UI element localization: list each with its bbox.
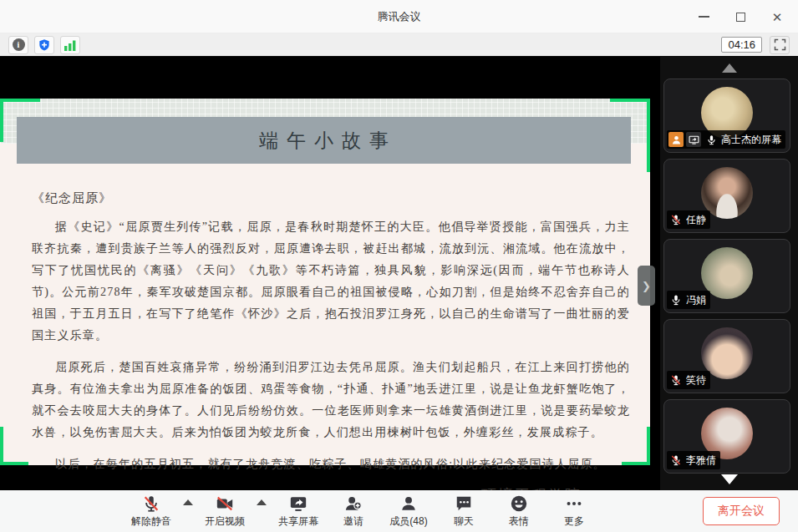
participant-tile[interactable]: 高士杰的屏幕... bbox=[663, 79, 790, 153]
network-status-button[interactable] bbox=[60, 36, 80, 54]
participant-label: 笑待 bbox=[667, 371, 710, 389]
participant-name: 李雅倩 bbox=[686, 453, 716, 468]
document-paragraph: 以后，在每年的五月初五，就有了龙舟竞渡、吃粽子、喝雄黄酒的风俗;以此来纪念爱国诗… bbox=[32, 453, 630, 475]
participant-tile[interactable]: 笑待 bbox=[663, 319, 790, 393]
mic-muted-icon bbox=[668, 212, 684, 227]
participant-name: 冯娟 bbox=[686, 293, 706, 307]
meeting-info-button[interactable]: i bbox=[8, 36, 28, 54]
mic-options-caret[interactable] bbox=[183, 499, 193, 505]
chat-button[interactable]: 聊天 bbox=[436, 494, 491, 529]
scroll-down-arrow[interactable] bbox=[721, 474, 738, 484]
person-add-icon bbox=[344, 494, 363, 513]
close-icon: ✕ bbox=[772, 11, 783, 23]
info-icon: i bbox=[13, 38, 25, 51]
video-options-caret[interactable] bbox=[257, 499, 267, 505]
fullscreen-button[interactable] bbox=[770, 36, 790, 54]
document-body: 《纪念屈原》 据《史记》“屈原贾生列传”记载，屈原，是春秋时期楚怀王的大臣。他倡… bbox=[0, 179, 650, 465]
scroll-up-arrow[interactable] bbox=[722, 63, 737, 73]
participant-label: 冯娟 bbox=[667, 291, 710, 309]
tool-label: 更多 bbox=[564, 514, 584, 529]
shared-screen-area: 端午小故事 《纪念屈原》 据《史记》“屈原贾生列传”记载，屈原，是春秋时期楚怀王… bbox=[0, 57, 660, 490]
more-dots-icon bbox=[565, 494, 583, 513]
participant-label: 李雅倩 bbox=[667, 451, 720, 469]
signal-bars-icon bbox=[64, 38, 77, 52]
participant-tile[interactable]: 任静 bbox=[663, 159, 790, 233]
bottom-toolbar: 解除静音 开启视频 共享屏幕 邀请 成员(48) 聊天 表情 bbox=[0, 490, 798, 532]
shared-document: 端午小故事 《纪念屈原》 据《史记》“屈原贾生列传”记载，屈原，是春秋时期楚怀王… bbox=[0, 99, 650, 465]
document-heading: 《纪念屈原》 bbox=[32, 190, 630, 206]
leave-meeting-button[interactable]: 离开会议 bbox=[703, 497, 780, 525]
participant-name: 高士杰的屏幕... bbox=[721, 133, 781, 147]
meeting-window: 腾讯会议 ✕ i 04:16 bbox=[0, 0, 798, 532]
document-title-banner: 端午小故事 bbox=[17, 117, 631, 164]
security-button[interactable] bbox=[34, 36, 54, 54]
maximize-button[interactable] bbox=[728, 4, 753, 29]
sidebar-collapse-handle[interactable]: ❯ bbox=[638, 266, 655, 306]
participant-name: 任静 bbox=[686, 213, 706, 227]
document-paragraph: 据《史记》“屈原贾生列传”记载，屈原，是春秋时期楚怀王的大臣。他倡导举贤授能，富… bbox=[32, 216, 630, 347]
tool-label: 邀请 bbox=[343, 514, 363, 529]
mic-muted-icon bbox=[668, 372, 684, 388]
tool-label: 开启视频 bbox=[205, 514, 245, 529]
chevron-right-icon: ❯ bbox=[642, 280, 651, 292]
window-controls: ✕ bbox=[691, 0, 790, 33]
participant-name: 笑待 bbox=[686, 373, 706, 388]
minimize-icon bbox=[699, 16, 709, 18]
screen-share-icon bbox=[289, 494, 308, 513]
status-bar: i 04:16 bbox=[0, 33, 798, 57]
mic-muted-icon bbox=[668, 453, 684, 468]
screen-share-badge-icon bbox=[686, 132, 701, 147]
shield-icon bbox=[38, 38, 51, 52]
chat-icon bbox=[455, 494, 473, 513]
title-bar: 腾讯会议 ✕ bbox=[0, 0, 798, 33]
start-video-button[interactable]: 开启视频 bbox=[197, 494, 252, 529]
mic-icon bbox=[668, 292, 684, 307]
participant-sidebar: 高士杰的屏幕... 任静 冯娟 bbox=[660, 57, 798, 490]
minimize-button[interactable] bbox=[691, 4, 716, 29]
smiley-icon bbox=[510, 494, 528, 513]
tool-label: 解除静音 bbox=[131, 514, 171, 529]
emoji-button[interactable]: 表情 bbox=[491, 494, 546, 529]
participant-label: 任静 bbox=[667, 210, 710, 229]
tool-label: 共享屏幕 bbox=[278, 514, 318, 529]
host-icon bbox=[668, 132, 684, 147]
participant-tile[interactable]: 李雅倩 bbox=[663, 399, 790, 474]
members-button[interactable]: 成员(48) bbox=[381, 494, 436, 529]
maximize-icon bbox=[736, 13, 745, 22]
unmute-button[interactable]: 解除静音 bbox=[124, 494, 179, 529]
tool-label: 成员(48) bbox=[389, 514, 427, 529]
close-button[interactable]: ✕ bbox=[765, 4, 790, 29]
window-title: 腾讯会议 bbox=[378, 9, 421, 24]
document-paragraph: 屈原死后，楚国百姓哀痛异常，纷纷涌到汨罗江边去凭吊屈原。渔夫们划起船只，在江上来… bbox=[32, 357, 630, 443]
invite-button[interactable]: 邀请 bbox=[326, 494, 381, 529]
meeting-timer: 04:16 bbox=[721, 37, 762, 53]
mic-icon bbox=[704, 132, 719, 147]
share-screen-button[interactable]: 共享屏幕 bbox=[271, 494, 326, 529]
tool-label: 表情 bbox=[509, 514, 529, 529]
person-icon bbox=[399, 494, 418, 513]
fullscreen-icon bbox=[774, 38, 786, 51]
camera-off-icon bbox=[216, 494, 234, 513]
mic-muted-icon bbox=[142, 494, 160, 513]
participant-tile[interactable]: 冯娟 bbox=[663, 239, 790, 313]
main-area: 端午小故事 《纪念屈原》 据《史记》“屈原贾生列传”记载，屈原，是春秋时期楚怀王… bbox=[0, 57, 798, 490]
tool-label: 聊天 bbox=[454, 514, 474, 529]
document-title: 端午小故事 bbox=[251, 128, 397, 154]
participant-label: 高士杰的屏幕... bbox=[667, 130, 785, 149]
more-button[interactable]: 更多 bbox=[546, 494, 602, 529]
